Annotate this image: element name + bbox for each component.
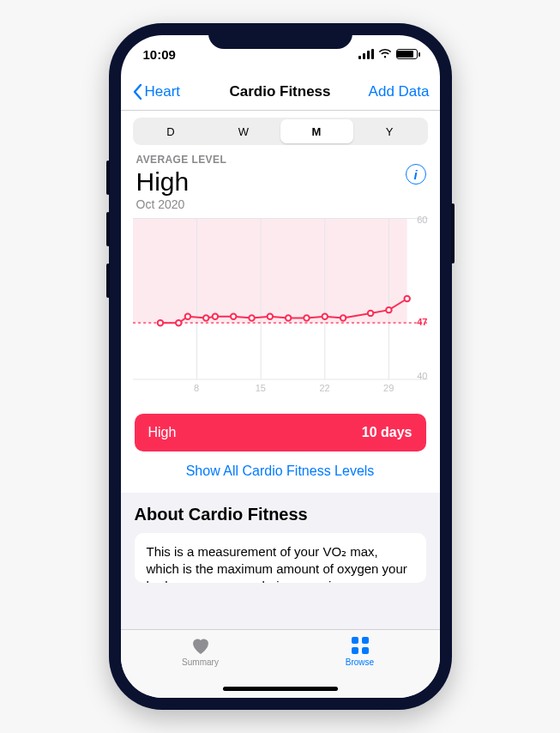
segment-month[interactable]: M xyxy=(280,119,353,143)
tab-summary[interactable]: Summary xyxy=(158,635,244,667)
x-tick: 29 xyxy=(383,383,394,393)
svg-point-15 xyxy=(267,313,272,318)
about-title: About Cardio Fitness xyxy=(135,505,426,533)
y-tick-max: 60 xyxy=(417,215,427,225)
svg-point-11 xyxy=(203,315,208,320)
about-body: This is a measurement of your VO₂ max, w… xyxy=(147,544,407,583)
segment-day[interactable]: D xyxy=(135,119,208,143)
segment-week[interactable]: W xyxy=(208,119,280,143)
back-label: Heart xyxy=(145,83,181,100)
info-icon: i xyxy=(413,167,417,182)
segment-year[interactable]: Y xyxy=(353,119,426,143)
chevron-left-icon xyxy=(131,83,143,100)
period-label: Oct 2020 xyxy=(136,196,425,211)
svg-point-20 xyxy=(367,310,372,315)
content[interactable]: D W M Y AVERAGE LEVEL High Oct 2020 i 60… xyxy=(121,111,440,629)
wifi-icon xyxy=(378,49,392,59)
tab-summary-label: Summary xyxy=(182,657,219,667)
show-all-levels-button[interactable]: Show All Cardio Fitness Levels xyxy=(121,460,440,493)
svg-rect-26 xyxy=(362,647,369,654)
x-tick: 15 xyxy=(256,383,266,393)
svg-point-19 xyxy=(340,315,345,320)
tab-browse-label: Browse xyxy=(346,657,374,667)
grid-icon xyxy=(349,635,371,656)
svg-rect-0 xyxy=(133,218,407,323)
navigation-bar: Heart Cardio Fitness Add Data xyxy=(121,73,440,111)
svg-rect-23 xyxy=(352,637,358,644)
svg-point-17 xyxy=(304,315,309,320)
about-card[interactable]: This is a measurement of your VO₂ max, w… xyxy=(135,533,426,583)
svg-point-21 xyxy=(386,306,391,312)
svg-rect-25 xyxy=(352,647,358,654)
tab-bar: Summary Browse xyxy=(121,629,440,698)
level-summary-pill[interactable]: High 10 days xyxy=(135,414,426,451)
y-tick-min: 40 xyxy=(417,371,427,381)
x-axis: 8152229 xyxy=(133,383,407,398)
heart-icon xyxy=(190,635,212,656)
cardio-fitness-chart[interactable]: 60 40 47 8152229 xyxy=(133,218,428,398)
summary-header: AVERAGE LEVEL High Oct 2020 i xyxy=(121,148,440,213)
pill-days: 10 days xyxy=(362,425,412,440)
svg-point-14 xyxy=(249,315,254,320)
svg-point-18 xyxy=(322,313,327,318)
time-range-segmented-control[interactable]: D W M Y xyxy=(133,118,428,145)
status-indicators xyxy=(358,49,418,59)
x-tick: 22 xyxy=(319,383,329,393)
battery-icon xyxy=(396,49,418,59)
screen: 10:09 Heart Cardio Fitness Add Data D xyxy=(121,35,440,698)
level-value: High xyxy=(136,166,425,196)
home-indicator[interactable] xyxy=(223,687,338,691)
svg-point-8 xyxy=(157,320,162,325)
add-data-button[interactable]: Add Data xyxy=(369,83,430,100)
info-button[interactable]: i xyxy=(406,164,426,185)
y-tick-reference: 47 xyxy=(417,317,427,327)
status-time: 10:09 xyxy=(143,47,176,62)
svg-point-22 xyxy=(404,295,409,300)
average-level-label: AVERAGE LEVEL xyxy=(136,154,425,166)
back-button[interactable]: Heart xyxy=(131,83,181,100)
svg-point-16 xyxy=(285,315,290,320)
svg-point-9 xyxy=(176,320,181,325)
svg-point-12 xyxy=(212,313,217,318)
svg-point-13 xyxy=(230,313,235,318)
phone-frame: 10:09 Heart Cardio Fitness Add Data D xyxy=(109,23,452,710)
notch xyxy=(208,23,352,49)
tab-browse[interactable]: Browse xyxy=(317,635,403,667)
pill-level: High xyxy=(148,425,177,440)
x-tick: 8 xyxy=(194,383,199,393)
cellular-signal-icon xyxy=(358,49,374,59)
about-section: About Cardio Fitness This is a measureme… xyxy=(121,493,440,630)
svg-point-10 xyxy=(184,313,190,318)
svg-rect-24 xyxy=(362,637,369,644)
